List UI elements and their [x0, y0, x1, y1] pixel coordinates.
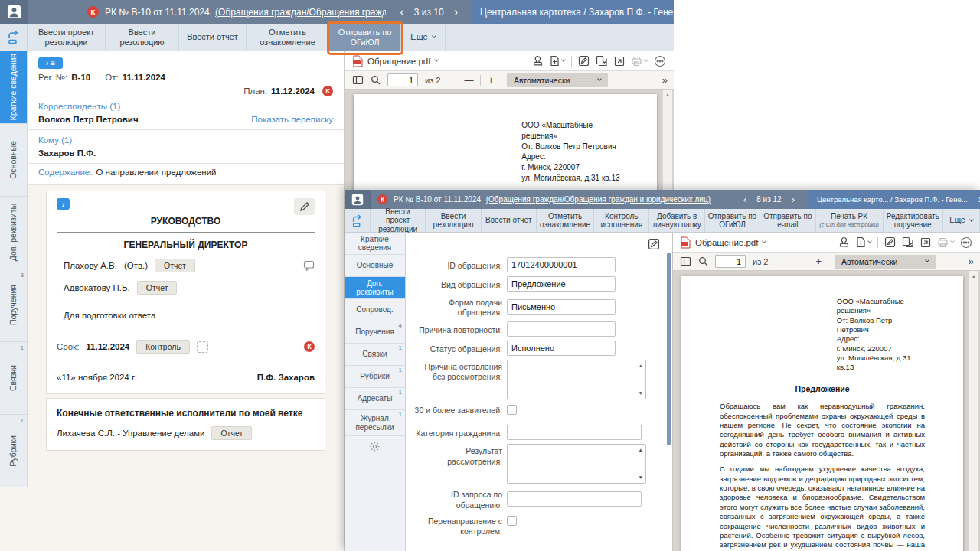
cabinet-selector[interactable]: Центральная картотека / Захаров П.Ф. - Г… — [472, 0, 674, 24]
request-id-field[interactable] — [507, 491, 642, 507]
sidebar-toggle-icon[interactable] — [352, 75, 364, 85]
zoom-out-button[interactable]: — — [464, 75, 473, 86]
tab-rubrics[interactable]: 1Рубрики — [0, 415, 28, 487]
chevron-down-icon[interactable] — [867, 239, 872, 243]
stamp-icon[interactable] — [532, 55, 544, 67]
scroll-up-icon[interactable]: ▲ — [972, 273, 977, 279]
toolbar-button-send-ogiyul[interactable]: Отправить по ОГиЮЛ — [329, 24, 401, 51]
expand-tools-button[interactable]: » — [662, 74, 667, 86]
toolbar-button-add-to-personal-folder[interactable]: Добавить в личную папку — [649, 209, 704, 232]
report-button[interactable]: Отчет — [155, 259, 195, 272]
expand-tools-button[interactable]: » — [969, 256, 973, 267]
rk-group-link[interactable]: (Обращения граждан/Обращения граждан и ю… — [215, 7, 386, 18]
correspondents-link[interactable]: Корреспонденты (1) — [38, 102, 120, 111]
collapse-panel-button[interactable]: › ≡ — [38, 57, 63, 69]
chevron-down-icon[interactable] — [435, 57, 439, 62]
appeal-id-field[interactable] — [507, 257, 616, 272]
tab-brief-info[interactable]: Краткие сведения — [0, 51, 28, 124]
form-scrollbar-thumb[interactable] — [667, 253, 671, 445]
add-page-icon[interactable] — [550, 55, 560, 67]
page-number-input[interactable] — [715, 255, 746, 268]
tab-assignments[interactable]: 4Поручения — [345, 321, 405, 344]
user-avatar-icon[interactable] — [345, 190, 371, 209]
tabs-settings[interactable] — [345, 436, 405, 457]
sidebar-toggle-icon[interactable] — [680, 256, 691, 266]
page-number-input[interactable] — [387, 73, 418, 86]
add-page-icon[interactable] — [856, 236, 866, 248]
citizen-category-field[interactable] — [507, 425, 642, 440]
tab-main[interactable]: Основные — [345, 255, 405, 277]
spinner-down-icon[interactable]: ▼ — [639, 391, 643, 396]
toolbar-button-enter-draft-resolution[interactable]: Ввести проект резолюции — [28, 24, 106, 51]
rk-group-link[interactable]: (Обращения граждан/Обращения граждан и ю… — [486, 195, 710, 204]
thirty-plus-applicants-checkbox[interactable] — [507, 405, 517, 415]
tab-accompanying[interactable]: Сопровод. — [345, 299, 405, 321]
copy-pages-icon[interactable] — [596, 55, 608, 67]
spinner-down-icon[interactable]: ▼ — [639, 475, 643, 481]
user-avatar-icon[interactable] — [0, 0, 28, 24]
zoom-mode-select[interactable]: Автоматически — [835, 255, 936, 269]
appeal-status-field[interactable] — [507, 341, 616, 356]
toolbar-button-mark-acquaintance[interactable]: Отметить ознакомление — [247, 24, 329, 51]
toolbar-button-edit-assignment[interactable]: Редактировать поручение — [884, 209, 943, 232]
tab-links[interactable]: 1Связки — [345, 344, 405, 366]
more-options-icon[interactable] — [654, 55, 666, 67]
zoom-out-button[interactable]: — — [792, 256, 801, 267]
toolbar-button-enter-report[interactable]: Ввести отчёт — [482, 209, 537, 232]
next-record-arrow-icon[interactable]: › — [792, 194, 795, 204]
comment-bubble-icon[interactable] — [302, 260, 315, 272]
pdf-filename[interactable]: Обращение.pdf — [695, 238, 758, 247]
tab-additional-requisites[interactable]: Доп. реквизиты — [345, 277, 405, 299]
toolbar-button-send-email[interactable]: Отправить по e-mail — [760, 209, 815, 232]
repetition-reason-field[interactable] — [507, 321, 616, 337]
report-button[interactable]: Отчет — [211, 426, 252, 440]
zoom-in-button[interactable]: + — [815, 256, 822, 267]
forward-document-icon[interactable] — [345, 209, 371, 232]
pdf-scrollbar[interactable]: ▲ — [969, 271, 978, 551]
forward-document-icon[interactable] — [0, 24, 28, 51]
edit-resolution-button[interactable] — [294, 198, 315, 215]
submission-form-field[interactable] — [507, 299, 616, 315]
no-review-reason-textarea[interactable]: ▲ ▼ — [507, 360, 646, 399]
edit-form-button[interactable] — [648, 238, 660, 250]
chevron-down-icon[interactable] — [561, 57, 566, 62]
fit-page-icon[interactable] — [920, 237, 931, 248]
tab-forwarding-journal[interactable]: 1Журнал пересылки — [345, 410, 405, 436]
more-options-icon[interactable] — [960, 236, 972, 249]
tab-assignments[interactable]: 3Поручения — [0, 269, 28, 342]
edit-annotation-icon[interactable] — [884, 236, 896, 248]
review-result-textarea[interactable]: ▲ ▼ — [507, 444, 646, 484]
fit-page-icon[interactable] — [614, 56, 625, 67]
control-chip[interactable]: Контроль — [136, 340, 190, 354]
toolbar-button-enter-resolution[interactable]: Ввести резолюцию — [106, 24, 179, 51]
dashed-placeholder-icon[interactable] — [197, 341, 208, 353]
tab-main[interactable]: Основные — [0, 124, 28, 197]
prev-record-arrow-icon[interactable]: ‹ — [743, 194, 746, 204]
toolbar-button-enter-draft-resolution[interactable]: Ввести проект резолюции — [371, 209, 426, 232]
content-label-link[interactable]: Содержание: — [38, 168, 92, 177]
next-record-arrow-icon[interactable]: › — [454, 6, 458, 18]
pdf-filename[interactable]: Обращение.pdf — [368, 57, 430, 66]
search-icon[interactable] — [371, 75, 381, 85]
prev-record-arrow-icon[interactable]: ‹ — [400, 6, 403, 18]
toolbar-button-enter-report[interactable]: Ввести отчёт — [179, 24, 247, 51]
toolbar-button-more[interactable]: Еще — [943, 209, 980, 232]
edit-annotation-icon[interactable] — [578, 55, 590, 67]
toolbar-button-print-rk[interactable]: Печать РК (с Ctrl для настройки) — [816, 209, 884, 232]
tab-brief-info[interactable]: Краткие сведения — [345, 233, 405, 255]
tab-links[interactable]: 1Связки — [0, 342, 28, 415]
addressee-link[interactable]: Кому (1) — [38, 135, 72, 145]
show-correspondence-link[interactable]: Показать переписку — [251, 115, 333, 124]
stamp-icon[interactable] — [838, 236, 850, 248]
spinner-up-icon[interactable]: ▲ — [639, 364, 643, 369]
toolbar-button-enter-resolution[interactable]: Ввести резолюцию — [426, 209, 481, 232]
spinner-up-icon[interactable]: ▲ — [639, 448, 643, 453]
report-button[interactable]: Отчет — [137, 281, 178, 295]
toolbar-button-send-ogiyul[interactable]: Отправить по ОГиЮЛ — [705, 209, 760, 232]
expand-resolution-button[interactable]: › — [57, 198, 70, 210]
redirect-with-control-checkbox[interactable] — [507, 516, 517, 526]
toolbar-button-mark-acquaintance[interactable]: Отметить ознакомление — [537, 209, 594, 232]
tab-additional-requisites[interactable]: Доп. реквизиты — [0, 197, 28, 269]
appeal-type-field[interactable] — [507, 276, 616, 292]
scroll-up-icon[interactable]: ▲ — [665, 92, 671, 97]
